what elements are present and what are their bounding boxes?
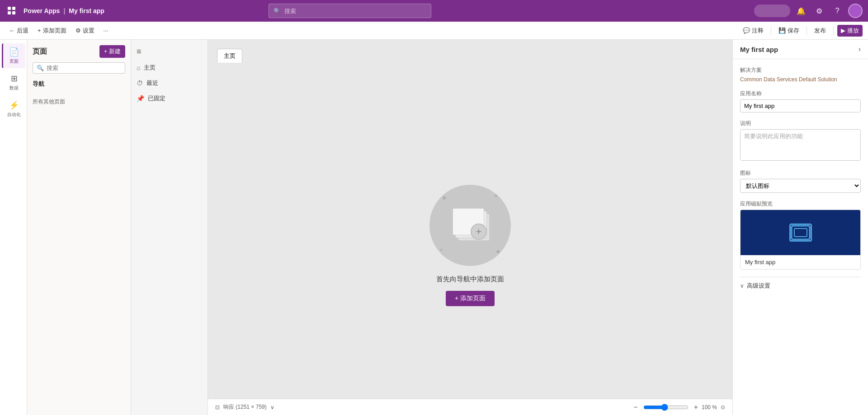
settings-toolbar-label: 设置 <box>83 27 94 35</box>
play-button[interactable]: ▶ 播放 <box>837 25 863 37</box>
save-icon: 💾 <box>778 27 786 34</box>
icon-label: 图标 <box>740 169 861 177</box>
zoom-slider[interactable] <box>643 404 689 411</box>
add-page-toolbar-button[interactable]: + 添加页面 <box>34 25 70 37</box>
new-page-button[interactable]: + 新建 <box>99 45 125 58</box>
settings-toolbar-button[interactable]: ⚙ 设置 <box>72 25 98 37</box>
search-input[interactable] <box>284 4 426 18</box>
pages-label: 页面 <box>9 58 19 65</box>
solution-field-group: 解决方案 Common Data Services Default Soluti… <box>740 66 861 83</box>
tile-app-name: My first app <box>741 255 860 269</box>
environment-selector[interactable] <box>754 5 790 17</box>
sidebar-item-pages[interactable]: 📄 页面 <box>2 43 25 68</box>
editor-toolbar: ← 后退 + 添加页面 ⚙ 设置 ··· 💬 注释 💾 保存 发布 ▶ 播放 <box>0 22 868 40</box>
home-icon: ⌂ <box>137 64 140 71</box>
description-textarea[interactable] <box>740 129 861 161</box>
tile-preview-group: 应用磁贴预览 My first app <box>740 200 861 270</box>
save-button[interactable]: 💾 保存 <box>775 25 803 37</box>
nav-panel: ≡ ⌂ 主页 ⏱ 最近 📌 已固定 <box>131 40 208 415</box>
svg-rect-3 <box>12 11 15 14</box>
pages-panel-title: 页面 <box>33 47 47 56</box>
main-layout: 📄 页面 ⊞ 数据 ⚡ 自动化 页面 + 新建 🔍 导航 所有其他页面 ≡ <box>0 40 868 415</box>
brand-name: Power Apps <box>24 7 60 14</box>
publish-button[interactable]: 发布 <box>811 25 830 37</box>
app-tile-icon <box>789 224 812 242</box>
canvas-bottom-bar: ⊡ 响应 (1251 × 759) ∨ − + 100 % ⊙ <box>208 399 732 415</box>
help-icon[interactable]: ? <box>830 4 844 18</box>
canvas-home-tab[interactable]: 主页 <box>217 49 242 63</box>
page-tab-label: 主页 <box>224 52 236 59</box>
sidebar-item-data[interactable]: ⊞ 数据 <box>2 70 25 95</box>
empty-state-illustration: ✦ ✦ ✦ ✦ + <box>429 185 511 266</box>
recent-label: 最近 <box>146 79 158 87</box>
description-field-group: 说明 <box>740 120 861 162</box>
pages-panel-header: 页面 + 新建 <box>33 45 125 58</box>
left-icon-sidebar: 📄 页面 ⊞ 数据 ⚡ 自动化 <box>0 40 27 415</box>
app-tile-preview: My first app <box>740 210 861 270</box>
svg-rect-5 <box>794 228 807 237</box>
advanced-settings-section[interactable]: ∨ 高级设置 <box>740 277 861 294</box>
advanced-label: 高级设置 <box>747 282 770 290</box>
user-avatar[interactable] <box>848 4 863 18</box>
canvas-empty-state: ✦ ✦ ✦ ✦ + 首先向导航中添加页面 + 添加页面 <box>208 76 732 415</box>
add-page-canvas-label: + 添加页面 <box>455 294 486 303</box>
sparkle-icon-2: ✦ <box>494 193 498 199</box>
right-panel-close-button[interactable]: › <box>859 45 861 53</box>
more-button[interactable]: ··· <box>100 25 112 36</box>
icon-field-group: 图标 默认图标 <box>740 169 861 193</box>
toolbar-divider-2 <box>807 26 807 35</box>
pages-icon: 📄 <box>9 47 19 57</box>
solution-value[interactable]: Common Data Services Default Solution <box>740 76 837 83</box>
add-page-toolbar-label: 添加页面 <box>43 27 66 35</box>
back-arrow-icon: ← <box>9 27 15 34</box>
apps-grid-icon[interactable] <box>5 5 18 17</box>
top-navigation: Power Apps | My first app 🔍 🔔 ⚙ ? <box>0 0 868 22</box>
main-canvas: 主页 ✦ ✦ ✦ ✦ + 首先向导航中添加页面 + 添加页面 <box>208 40 732 415</box>
top-nav-right-actions: 🔔 ⚙ ? <box>754 4 863 18</box>
data-icon: ⊞ <box>11 74 18 84</box>
pages-panel: 页面 + 新建 🔍 导航 所有其他页面 <box>27 40 131 415</box>
sidebar-item-automation[interactable]: ⚡ 自动化 <box>2 97 25 121</box>
comment-button[interactable]: 💬 注释 <box>739 25 767 37</box>
toolbar-right-actions: 💬 注释 💾 保存 发布 ▶ 播放 <box>739 25 863 37</box>
save-label: 保存 <box>788 27 799 35</box>
chevron-down-icon[interactable]: ∨ <box>270 404 274 410</box>
toolbar-divider <box>771 26 771 35</box>
notification-icon[interactable]: 🔔 <box>794 4 808 18</box>
sparkle-icon-1: ✦ <box>441 194 447 202</box>
add-page-canvas-button[interactable]: + 添加页面 <box>446 291 495 306</box>
comment-icon: 💬 <box>743 27 750 34</box>
all-other-pages-title: 所有其他页面 <box>33 98 125 106</box>
sparkle-icon-3: ✦ <box>439 247 443 252</box>
icon-select[interactable]: 默认图标 <box>740 179 861 193</box>
play-label: 播放 <box>847 27 859 35</box>
nav-item-home[interactable]: ⌂ 主页 <box>131 60 208 75</box>
home-label: 主页 <box>144 64 156 72</box>
pages-search-icon: 🔍 <box>37 65 44 71</box>
zoom-plus-icon[interactable]: + <box>694 403 698 411</box>
empty-state-text: 首先向导航中添加页面 <box>436 275 504 284</box>
back-button[interactable]: ← 后退 <box>5 25 32 37</box>
zoom-value-label: 100 % <box>702 404 717 410</box>
comment-label: 注释 <box>752 27 764 35</box>
app-name-header: My first app <box>69 7 104 14</box>
pages-search-bar[interactable]: 🔍 <box>33 62 125 74</box>
nav-item-recent[interactable]: ⏱ 最近 <box>131 75 208 91</box>
zoom-minus-icon[interactable]: − <box>633 403 637 411</box>
hamburger-icon[interactable]: ≡ <box>131 43 208 60</box>
back-label: 后退 <box>17 27 28 35</box>
app-name-input[interactable] <box>740 99 861 112</box>
nav-item-pinned[interactable]: 📌 已固定 <box>131 91 208 106</box>
svg-rect-2 <box>8 11 11 14</box>
settings-icon[interactable]: ⚙ <box>812 4 826 18</box>
nav-section-title: 导航 <box>33 80 125 88</box>
solution-label: 解决方案 <box>740 66 861 74</box>
recent-icon: ⏱ <box>137 79 143 87</box>
pages-search-input[interactable] <box>47 65 123 71</box>
svg-rect-0 <box>8 7 11 10</box>
fit-icon[interactable]: ⊙ <box>721 404 725 410</box>
chevron-icon: ∨ <box>740 283 744 289</box>
new-btn-label: + 新建 <box>104 47 121 56</box>
search-bar[interactable]: 🔍 <box>269 4 431 18</box>
sparkle-icon-4: ✦ <box>495 247 501 256</box>
